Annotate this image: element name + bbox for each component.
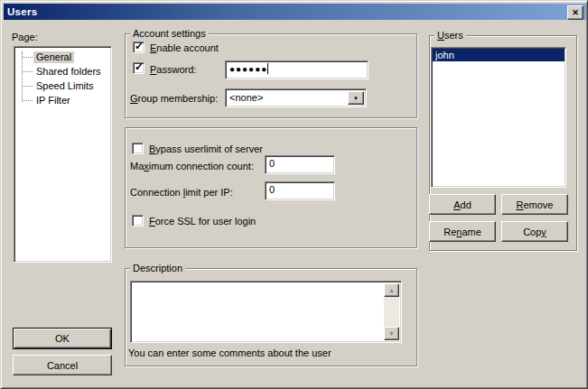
tree-item-label: Speed Limits — [33, 80, 97, 92]
password-input[interactable]: ●●●●●● — [225, 60, 369, 79]
window-title: Users — [4, 6, 37, 17]
check-icon: ✓ — [135, 40, 144, 52]
connection-limit-per-ip-value: 0 — [269, 184, 275, 195]
bypass-userlimit-checkbox[interactable]: ✓ — [132, 143, 144, 154]
page-tree-items: General Shared folders Speed Limits IP F… — [14, 50, 111, 262]
ok-button[interactable]: OK — [13, 328, 112, 349]
text-caret — [267, 63, 268, 74]
force-ssl-label[interactable]: Force SSL for user login — [149, 216, 256, 227]
bypass-userlimit-label[interactable]: Bypass userlimit of server — [149, 144, 263, 155]
max-connection-count-value: 0 — [269, 158, 275, 169]
page-label: Page: — [12, 32, 38, 43]
max-connection-count-label: Maximum connection count: — [130, 161, 254, 172]
tree-item-ip-filter[interactable]: IP Filter — [14, 93, 111, 107]
tree-item-label: General — [33, 51, 74, 63]
description-title: Description — [130, 263, 185, 274]
chevron-down-icon[interactable]: ▼ — [348, 91, 364, 105]
remove-user-button[interactable]: Remove — [501, 194, 568, 215]
password-value: ●●●●●● — [229, 64, 267, 74]
users-dialog: Users ✕ Page: General Shared folders Spe… — [0, 0, 588, 389]
enable-account-checkbox[interactable]: ✓ — [133, 42, 145, 53]
description-textarea[interactable]: ▲ ▼ — [130, 281, 402, 343]
add-user-button[interactable]: Add — [429, 194, 496, 215]
tree-item-label: Shared folders — [33, 66, 104, 78]
tree-item-shared-folders[interactable]: Shared folders — [14, 64, 111, 79]
copy-user-button[interactable]: Copy — [501, 221, 568, 242]
tree-item-label: IP Filter — [33, 95, 73, 107]
group-membership-label: Group membership: — [130, 93, 218, 105]
max-connection-count-input[interactable]: 0 — [265, 155, 335, 174]
connection-limit-per-ip-input[interactable]: 0 — [265, 181, 335, 200]
tree-item-speed-limits[interactable]: Speed Limits — [14, 79, 111, 93]
password-label[interactable]: Password: — [150, 64, 196, 76]
check-icon: ✓ — [135, 60, 144, 73]
group-membership-value: <none> — [229, 92, 263, 103]
description-hint: You can enter some comments about the us… — [128, 347, 331, 359]
tree-item-general[interactable]: General — [14, 50, 111, 64]
connection-limit-per-ip-label: Connection limit per IP: — [130, 187, 233, 199]
force-ssl-checkbox[interactable]: ✓ — [132, 215, 144, 227]
scroll-up-icon[interactable]: ▲ — [384, 283, 399, 297]
users-listbox[interactable]: john — [431, 47, 566, 188]
user-name: john — [435, 50, 454, 60]
scroll-down-icon[interactable]: ▼ — [384, 327, 399, 340]
close-icon[interactable]: ✕ — [567, 5, 583, 20]
password-checkbox[interactable]: ✓ — [133, 62, 145, 74]
users-group-title: Users — [434, 30, 466, 42]
rename-user-button[interactable]: Rename — [429, 221, 496, 242]
enable-account-label[interactable]: Enable account — [150, 42, 219, 54]
description-scrollbar[interactable]: ▲ ▼ — [384, 283, 399, 340]
page-tree[interactable]: General Shared folders Speed Limits IP F… — [14, 46, 112, 263]
group-membership-select[interactable]: <none> ▼ — [225, 88, 367, 107]
title-bar[interactable]: Users ✕ — [4, 4, 586, 20]
cancel-button[interactable]: Cancel — [13, 355, 112, 375]
user-list-item[interactable]: john — [433, 49, 565, 61]
account-settings-title: Account settings — [130, 28, 209, 40]
